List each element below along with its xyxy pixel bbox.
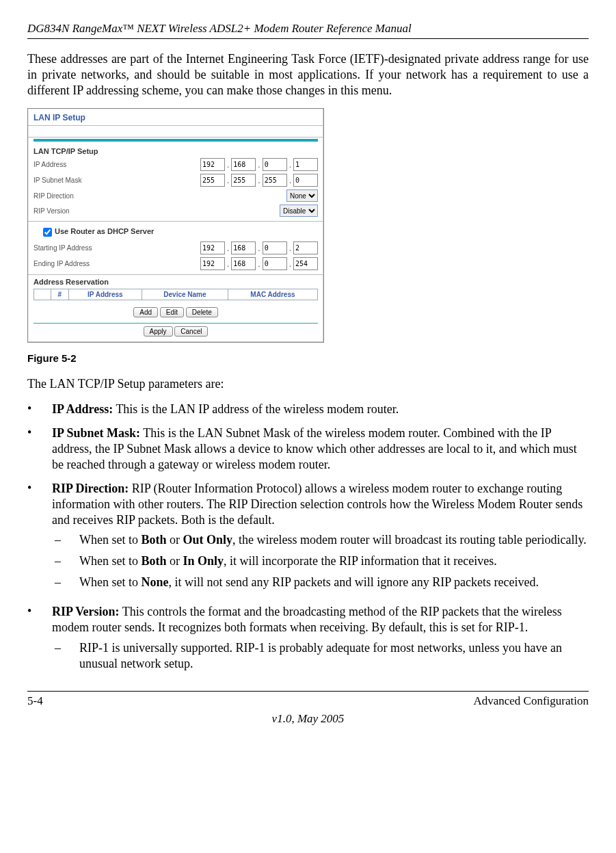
start-ip-1[interactable] (200, 241, 225, 254)
dash-icon: – (52, 553, 79, 569)
t: When set to (79, 533, 141, 547)
rip-version-label: RIP Version (34, 207, 280, 215)
bullet-icon: • (27, 604, 52, 677)
row-ip-address: IP Address . . . (28, 157, 323, 172)
apply-cancel-row: Apply Cancel (28, 324, 323, 342)
ip-octet-2[interactable] (231, 158, 256, 171)
item-text: RIP (Router Information Protocol) allows… (52, 482, 582, 527)
dash-icon: – (52, 532, 79, 548)
rip-version-select[interactable]: Disable (280, 205, 318, 217)
col-mac: MAC Address (228, 289, 317, 300)
dot-icon: . (257, 244, 260, 253)
doc-header-title: DG834N RangeMax™ NEXT Wireless ADSL2+ Mo… (27, 22, 589, 36)
dhcp-label: Use Router as DHCP Server (55, 228, 154, 236)
teal-rule (34, 139, 318, 142)
rip-ver-sublist: – RIP-1 is universally supported. RIP-1 … (52, 640, 589, 672)
item-label: IP Address: (52, 402, 113, 416)
end-ip-2[interactable] (231, 257, 256, 270)
t: , the wireless modem router will broadca… (232, 533, 587, 547)
ip-address-label: IP Address (34, 161, 200, 168)
col-num: # (51, 289, 69, 300)
sub-none: – When set to None, it will not send any… (52, 575, 589, 590)
row-start-ip: Starting IP Address . . . (28, 240, 323, 256)
subnet-octet-1[interactable] (200, 174, 225, 187)
t: When set to (79, 575, 141, 589)
footer-version: v1.0, May 2005 (27, 712, 589, 726)
end-ip-4[interactable] (293, 257, 318, 270)
ip-octet-1[interactable] (200, 158, 225, 171)
item-subnet: • IP Subnet Mask: This is the LAN Subnet… (27, 425, 589, 473)
subnet-octet-2[interactable] (231, 174, 256, 187)
item-rip-direction: • RIP Direction: RIP (Router Information… (27, 481, 589, 596)
dot-icon: . (226, 244, 230, 253)
col-ip: IP Address (68, 289, 142, 300)
dash-icon: – (52, 640, 79, 672)
rip-direction-select[interactable]: None (286, 189, 318, 202)
subnet-octet-4[interactable] (293, 174, 318, 187)
sub-both-in: – When set to Both or In Only, it will i… (52, 553, 589, 569)
t: or (167, 533, 183, 547)
add-button[interactable]: Add (133, 307, 158, 317)
row-end-ip: Ending IP Address . . . (28, 256, 323, 274)
start-ip-4[interactable] (293, 241, 318, 254)
item-label: IP Subnet Mask: (52, 426, 140, 440)
footer-row: 5-4 Advanced Configuration (27, 694, 589, 708)
t: , it will incorporate the RIP informatio… (224, 554, 497, 568)
subnet-label: IP Subnet Mask (34, 176, 200, 184)
t: , it will not send any RIP packets and w… (168, 575, 539, 589)
dash-icon: – (52, 575, 79, 590)
apply-button[interactable]: Apply (144, 326, 173, 337)
t: or (167, 554, 183, 568)
start-ip-2[interactable] (231, 241, 256, 254)
item-rip-version: • RIP Version: This controls the format … (27, 604, 589, 677)
page-number: 5-4 (27, 694, 43, 708)
b: In Only (183, 554, 224, 568)
dot-icon: . (257, 160, 260, 170)
reservation-heading: Address Reservation (28, 274, 323, 287)
b: None (141, 575, 168, 589)
params-intro: The LAN TCP/IP Setup parameters are: (27, 376, 589, 392)
intro-paragraph: These addresses are part of the Internet… (27, 51, 589, 99)
start-ip-label: Starting IP Address (34, 244, 200, 252)
cancel-button[interactable]: Cancel (174, 326, 208, 337)
panel-title: LAN IP Setup (28, 109, 323, 125)
dhcp-checkbox[interactable] (43, 228, 52, 237)
dot-icon: . (289, 160, 292, 170)
header-rule (27, 38, 589, 39)
t: When set to (79, 554, 141, 568)
dot-icon: . (226, 259, 230, 269)
lan-ip-setup-panel: LAN IP Setup LAN TCP/IP Setup IP Address… (27, 108, 324, 343)
ip-octet-4[interactable] (293, 158, 318, 171)
end-ip-1[interactable] (200, 257, 225, 270)
ip-octet-3[interactable] (263, 158, 287, 171)
dot-icon: . (289, 244, 292, 253)
panel-blank-strip (28, 125, 323, 137)
footer-rule (27, 691, 589, 692)
b: Both (141, 533, 166, 547)
end-ip-3[interactable] (263, 257, 287, 270)
reservation-buttons: Add Edit Delete (28, 304, 323, 323)
figure-caption: Figure 5-2 (27, 352, 589, 364)
item-label: RIP Version: (52, 605, 120, 618)
dot-icon: . (289, 259, 292, 269)
start-ip-3[interactable] (263, 241, 287, 254)
tcpip-heading: LAN TCP/IP Setup (28, 144, 323, 157)
delete-button[interactable]: Delete (186, 307, 218, 317)
row-rip-version: RIP Version Disable (28, 203, 323, 221)
dhcp-checkbox-row: Use Router as DHCP Server (28, 221, 323, 240)
section-name: Advanced Configuration (473, 694, 589, 708)
reservation-table: # IP Address Device Name MAC Address (34, 289, 318, 300)
subnet-octet-3[interactable] (263, 174, 287, 187)
dot-icon: . (226, 176, 230, 185)
sub-both-out: – When set to Both or Out Only, the wire… (52, 532, 589, 548)
rip-dir-sublist: – When set to Both or Out Only, the wire… (52, 532, 589, 590)
row-rip-direction: RIP Direction None (28, 188, 323, 203)
col-radio (34, 289, 51, 300)
dot-icon: . (257, 176, 260, 185)
dot-icon: . (289, 176, 292, 185)
row-subnet-mask: IP Subnet Mask . . . (28, 172, 323, 188)
bullet-icon: • (27, 402, 52, 417)
bullet-icon: • (27, 481, 52, 596)
b: Out Only (183, 533, 233, 547)
edit-button[interactable]: Edit (160, 307, 184, 317)
